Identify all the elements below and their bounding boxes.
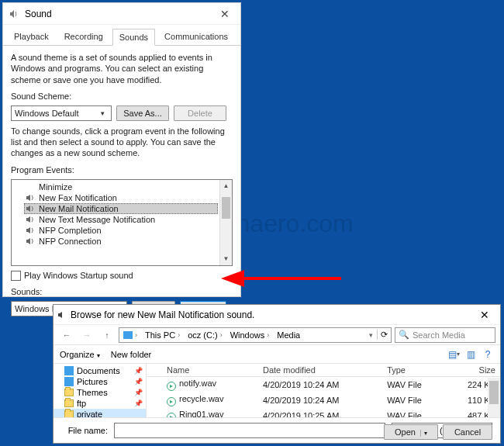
scroll-up-icon[interactable]: ▲: [220, 180, 232, 192]
sound-change-hint: To change sounds, click a program event …: [11, 126, 233, 159]
breadcrumb-chevron-icon[interactable]: ▾: [365, 331, 377, 339]
delete-button: Delete: [174, 105, 226, 121]
nav-item[interactable]: Pictures📌: [54, 376, 146, 387]
save-as-button[interactable]: Save As...: [116, 105, 169, 121]
breadcrumb-seg[interactable]: Media: [273, 330, 304, 340]
search-placeholder: Search Media: [413, 330, 465, 340]
breadcrumb-seg[interactable]: Windows›: [226, 330, 274, 340]
breadcrumb-root-icon[interactable]: ›: [119, 331, 141, 339]
program-event-label: New Fax Notification: [39, 193, 117, 202]
col-name[interactable]: Name: [162, 364, 258, 377]
close-icon[interactable]: ✕: [209, 3, 240, 25]
tab-communications[interactable]: Communications: [158, 29, 234, 46]
nav-item-label: Documents: [77, 366, 120, 375]
sound-titlebar: Sound ✕: [3, 3, 240, 25]
no-sound-event-icon: [26, 182, 35, 192]
file-row[interactable]: notify.wav4/20/2019 10:24 AMWAV File224 …: [147, 377, 500, 393]
nav-item[interactable]: ftp📌: [54, 398, 146, 409]
tab-playback[interactable]: Playback: [8, 29, 55, 46]
search-icon: 🔍: [399, 330, 409, 340]
sound-event-icon: [26, 226, 35, 235]
nav-item[interactable]: private: [54, 409, 146, 417]
program-event-label: Minimize: [39, 182, 72, 192]
nav-item-label: private: [77, 410, 102, 417]
tab-recording[interactable]: Recording: [58, 29, 109, 46]
sound-dialog: Sound ✕ Playback Recording Sounds Commun…: [2, 2, 241, 297]
sound-theme-description: A sound theme is a set of sounds applied…: [11, 52, 233, 85]
speaker-icon: [54, 310, 69, 320]
events-scrollbar[interactable]: ▲ ▼: [219, 180, 232, 265]
refresh-icon[interactable]: ⟳: [377, 330, 391, 340]
folder-icon: [64, 410, 74, 417]
pin-icon: 📌: [134, 389, 143, 396]
sound-event-icon: [26, 237, 35, 246]
program-event-item[interactable]: NFP Completion: [24, 225, 218, 236]
help-icon[interactable]: ?: [482, 348, 494, 361]
col-type[interactable]: Type: [382, 364, 446, 377]
scroll-thumb[interactable]: [489, 381, 499, 404]
sound-scheme-combo[interactable]: Windows Default ▾: [11, 105, 112, 121]
sound-event-icon: [26, 215, 35, 224]
sounds-label: Sounds:: [11, 287, 233, 296]
program-event-item[interactable]: NFP Connection: [24, 236, 218, 247]
program-event-label: NFP Completion: [39, 226, 102, 235]
program-event-label: NFP Connection: [39, 237, 102, 246]
nav-item-label: ftp: [77, 399, 86, 408]
navigation-pane[interactable]: Documents📌Pictures📌Themes📌ftp📌privateScr…: [54, 364, 147, 417]
nav-up-button[interactable]: ↑: [98, 327, 116, 344]
program-event-item[interactable]: New Text Message Notification: [24, 214, 218, 225]
search-input[interactable]: 🔍 Search Media: [395, 327, 495, 343]
scroll-down-icon[interactable]: ▼: [220, 253, 232, 265]
cancel-button[interactable]: Cancel: [443, 424, 492, 440]
col-size[interactable]: Size: [446, 364, 500, 377]
play-startup-checkbox[interactable]: [11, 271, 21, 281]
file-dialog-titlebar: Browse for new New Mail Notification sou…: [54, 305, 500, 325]
pin-icon: 📌: [134, 399, 143, 407]
sound-event-icon: [26, 204, 35, 213]
new-folder-button[interactable]: New folder: [111, 350, 152, 359]
sound-window-title: Sound: [25, 9, 209, 19]
folder-icon: [64, 389, 74, 396]
sound-app-icon: [6, 6, 22, 22]
close-icon[interactable]: ✕: [469, 305, 500, 325]
wav-file-icon: [167, 397, 176, 406]
doc-icon: [64, 366, 74, 375]
nav-forward-button: →: [78, 327, 95, 344]
wav-file-icon: [167, 413, 176, 417]
program-event-item[interactable]: New Mail Notification: [24, 203, 218, 214]
program-event-label: New Mail Notification: [39, 204, 119, 213]
pin-icon: 📌: [134, 378, 143, 385]
folder-icon: [64, 399, 74, 407]
tab-sounds[interactable]: Sounds: [112, 29, 155, 46]
breadcrumb-seg[interactable]: ocz (C:)›: [184, 330, 226, 340]
file-list[interactable]: Name Date modified Type Size notify.wav4…: [147, 364, 500, 417]
sound-tabstrip: Playback Recording Sounds Communications: [3, 25, 240, 46]
col-date[interactable]: Date modified: [258, 364, 382, 377]
preview-pane-icon[interactable]: ▥: [464, 348, 477, 361]
breadcrumb[interactable]: › This PC› ocz (C:)› Windows› Media ▾ ⟳: [119, 327, 392, 343]
filename-input[interactable]: [114, 423, 385, 438]
file-dialog-title: Browse for new New Mail Notification sou…: [69, 309, 469, 320]
nav-item[interactable]: Documents📌: [54, 365, 146, 376]
file-row[interactable]: recycle.wav4/20/2019 10:24 AMWAV File110…: [147, 392, 500, 408]
program-event-label: New Text Message Notification: [39, 215, 155, 224]
program-events-label: Program Events:: [11, 165, 233, 175]
open-button[interactable]: Open ▾: [384, 424, 438, 440]
view-options-icon[interactable]: ▤▾: [447, 348, 460, 361]
filelist-scrollbar[interactable]: [488, 378, 500, 417]
scroll-thumb[interactable]: [222, 197, 230, 219]
program-events-list[interactable]: MinimizeNew Fax NotificationNew Mail Not…: [11, 179, 233, 266]
nav-back-button[interactable]: ←: [58, 327, 75, 344]
file-row[interactable]: Ring01.wav4/20/2019 10:25 AMWAV File487 …: [147, 408, 500, 417]
play-startup-label: Play Windows Startup sound: [24, 271, 133, 280]
sound-scheme-value: Windows Default: [15, 109, 97, 118]
breadcrumb-seg[interactable]: This PC›: [141, 330, 184, 340]
program-event-item[interactable]: New Fax Notification: [24, 192, 218, 203]
chevron-down-icon: ▾: [97, 109, 108, 117]
nav-item[interactable]: Themes📌: [54, 387, 146, 398]
program-event-item[interactable]: Minimize: [24, 182, 218, 192]
nav-item-label: Themes: [77, 388, 108, 397]
sound-scheme-label: Sound Scheme:: [11, 92, 233, 101]
pin-icon: 📌: [134, 367, 143, 375]
organize-menu[interactable]: Organize ▾: [60, 350, 100, 359]
